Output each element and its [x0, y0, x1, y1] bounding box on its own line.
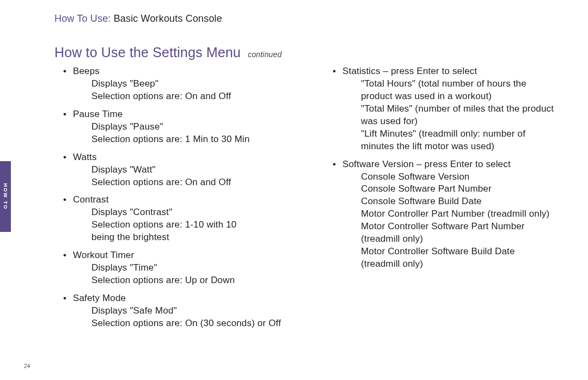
list-item: WattsDisplays "Watt"Selection options ar… — [54, 151, 297, 189]
item-line: Selection options are: 1 Min to 30 Min — [73, 133, 297, 146]
item-line: Displays "Watt" — [73, 164, 297, 176]
item-line: being the brightest — [73, 231, 297, 244]
item-line: Console Software Version — [342, 171, 566, 183]
title-text: How to Use the Settings Menu — [54, 45, 241, 60]
title-continued: continued — [248, 50, 281, 59]
item-line: "Total Hours" (total number of hours the — [342, 78, 566, 90]
section-tab-label: HOW TO — [3, 183, 8, 210]
kicker-lead: How To Use: — [54, 13, 111, 24]
item-line: Selection options are: On and Off — [73, 176, 297, 189]
manual-page: HOW TO How To Use: Basic Workouts Consol… — [0, 0, 588, 380]
item-line: Console Software Part Number — [342, 183, 566, 195]
item-head: Beeps — [73, 66, 100, 76]
item-head: Software Version – press Enter to select — [342, 159, 511, 169]
item-head: Watts — [73, 152, 97, 162]
item-line: (treadmill only) — [342, 258, 566, 271]
list-item: Safety ModeDisplays "Safe Mod"Selection … — [54, 292, 297, 330]
item-line: product was used in a workout) — [342, 90, 566, 103]
item-line: Console Software Build Date — [342, 195, 566, 208]
item-line: minutes the lift motor was used) — [342, 140, 566, 153]
item-line: Motor Controller Part Number (treadmill … — [342, 208, 566, 220]
kicker-tail: Basic Workouts Console — [111, 13, 222, 24]
item-line: Displays "Pause" — [73, 121, 297, 133]
page-number: 24 — [24, 363, 30, 369]
right-column: Statistics – press Enter to select"Total… — [324, 60, 566, 330]
item-line: Motor Controller Software Build Date — [342, 246, 566, 258]
list-item: Statistics – press Enter to select"Total… — [324, 65, 566, 153]
list-item: ContrastDisplays "Contrast"Selection opt… — [54, 194, 297, 244]
item-head: Pause Time — [73, 109, 122, 119]
item-head: Statistics – press Enter to select — [342, 66, 477, 76]
item-line: (treadmill only) — [342, 233, 566, 246]
left-column: BeepsDisplays "Beep"Selection options ar… — [54, 60, 297, 330]
item-line: "Total Miles" (number of miles that the … — [342, 103, 566, 115]
item-head: Safety Mode — [73, 293, 126, 303]
list-item: Software Version – press Enter to select… — [324, 158, 566, 271]
item-line: Selection options are: On (30 seconds) o… — [73, 317, 297, 330]
item-line: Selection options are: Up or Down — [73, 274, 297, 287]
section-tab: HOW TO — [0, 161, 11, 232]
page-kicker: How To Use: Basic Workouts Console — [54, 13, 222, 24]
left-list: BeepsDisplays "Beep"Selection options ar… — [54, 65, 297, 330]
item-line: Motor Controller Software Part Number — [342, 220, 566, 233]
list-item: BeepsDisplays "Beep"Selection options ar… — [54, 65, 297, 103]
item-head: Workout Timer — [73, 250, 134, 260]
list-item: Pause TimeDisplays "Pause"Selection opti… — [54, 108, 297, 146]
item-line: Selection options are: 1-10 with 10 — [73, 219, 297, 231]
item-line: Selection options are: On and Off — [73, 90, 297, 103]
page-title: How to Use the Settings Menu continued — [54, 45, 281, 60]
content-columns: BeepsDisplays "Beep"Selection options ar… — [54, 60, 566, 330]
item-line: was used for) — [342, 115, 566, 128]
item-line: Displays "Safe Mod" — [73, 305, 297, 317]
list-item: Workout TimerDisplays "Time"Selection op… — [54, 249, 297, 287]
item-line: Displays "Beep" — [73, 78, 297, 90]
item-line: "Lift Minutes" (treadmill only: number o… — [342, 128, 566, 140]
item-head: Contrast — [73, 194, 109, 205]
right-list: Statistics – press Enter to select"Total… — [324, 65, 566, 271]
item-line: Displays "Contrast" — [73, 206, 297, 219]
item-line: Displays "Time" — [73, 262, 297, 274]
